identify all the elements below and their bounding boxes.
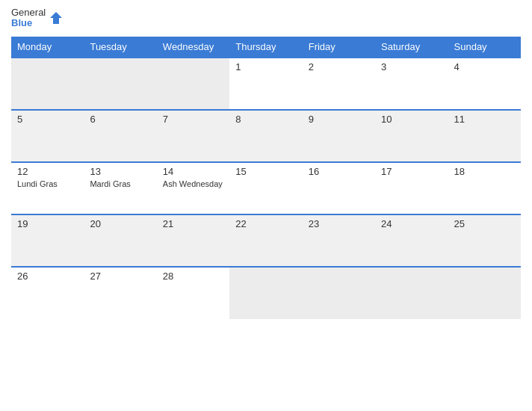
day-number: 22 [235, 218, 296, 229]
calendar-cell: 4 [448, 58, 521, 110]
day-number: 8 [235, 114, 296, 125]
day-number: 21 [163, 218, 223, 229]
day-number: 14 [163, 166, 223, 177]
calendar-cell: 17 [375, 162, 448, 214]
calendar-grid: MondayTuesdayWednesdayThursdayFridaySatu… [11, 37, 521, 319]
event-label: Mardi Gras [90, 179, 150, 189]
weekday-header-saturday: Saturday [375, 37, 448, 58]
calendar-cell [303, 267, 375, 319]
day-number: 11 [454, 114, 515, 125]
event-label: Lundi Gras [17, 179, 78, 189]
day-number: 5 [17, 114, 78, 125]
calendar-cell: 13Mardi Gras [84, 162, 156, 214]
calendar-cell: 25 [448, 214, 521, 267]
calendar-cell: 9 [303, 110, 375, 162]
day-number: 23 [309, 218, 369, 229]
calendar-week-row: 1234 [11, 58, 521, 110]
day-number: 19 [17, 218, 78, 229]
calendar-cell: 28 [157, 267, 229, 319]
day-number: 16 [309, 166, 369, 177]
calendar-cell: 18 [448, 162, 521, 214]
logo-general-text: General [11, 7, 46, 18]
calendar-week-row: 567891011 [11, 110, 521, 162]
day-number: 4 [454, 61, 515, 72]
calendar-cell: 5 [11, 110, 84, 162]
day-number: 6 [90, 114, 150, 125]
event-label: Ash Wednesday [163, 179, 223, 189]
logo-blue-text: Blue [11, 18, 46, 28]
weekday-header-sunday: Sunday [448, 37, 521, 58]
weekday-header-friday: Friday [303, 37, 375, 58]
calendar-cell [229, 267, 302, 319]
calendar-cell [448, 267, 521, 319]
calendar-cell: 1 [229, 58, 302, 110]
calendar-header: General Blue [11, 7, 521, 29]
svg-marker-0 [50, 12, 62, 24]
calendar-cell: 11 [448, 110, 521, 162]
day-number: 26 [17, 271, 78, 282]
calendar-cell: 8 [229, 110, 302, 162]
calendar-cell: 3 [375, 58, 448, 110]
day-number: 9 [309, 114, 369, 125]
day-number: 27 [90, 271, 150, 282]
day-number: 28 [163, 271, 223, 282]
calendar-cell: 26 [11, 267, 84, 319]
day-number: 12 [17, 166, 78, 177]
calendar-cell: 21 [157, 214, 229, 267]
calendar-cell: 16 [303, 162, 375, 214]
calendar-container: General Blue MondayTuesdayWednesdayThurs… [0, 0, 532, 411]
day-number: 17 [381, 166, 442, 177]
day-number: 18 [454, 166, 515, 177]
day-number: 7 [163, 114, 223, 125]
calendar-week-row: 12Lundi Gras13Mardi Gras14Ash Wednesday1… [11, 162, 521, 214]
calendar-cell: 12Lundi Gras [11, 162, 84, 214]
day-number: 15 [235, 166, 296, 177]
calendar-cell: 23 [303, 214, 375, 267]
calendar-week-row: 262728 [11, 267, 521, 319]
calendar-cell: 6 [84, 110, 156, 162]
calendar-cell: 24 [375, 214, 448, 267]
calendar-cell: 20 [84, 214, 156, 267]
weekday-header-tuesday: Tuesday [84, 37, 156, 58]
day-number: 20 [90, 218, 150, 229]
day-number: 3 [381, 61, 442, 72]
day-number: 13 [90, 166, 150, 177]
calendar-week-row: 19202122232425 [11, 214, 521, 267]
day-number: 2 [309, 61, 369, 72]
calendar-cell: 27 [84, 267, 156, 319]
weekday-header-thursday: Thursday [229, 37, 302, 58]
day-number: 10 [381, 114, 442, 125]
logo-icon [49, 10, 64, 25]
calendar-cell: 15 [229, 162, 302, 214]
calendar-cell: 10 [375, 110, 448, 162]
weekday-header-monday: Monday [11, 37, 84, 58]
logo: General Blue [11, 7, 64, 29]
calendar-cell [11, 58, 84, 110]
calendar-cell: 22 [229, 214, 302, 267]
calendar-cell [375, 267, 448, 319]
calendar-cell [157, 58, 229, 110]
weekday-header-wednesday: Wednesday [157, 37, 229, 58]
calendar-cell [84, 58, 156, 110]
calendar-cell: 14Ash Wednesday [157, 162, 229, 214]
day-number: 1 [235, 61, 296, 72]
weekday-header-row: MondayTuesdayWednesdayThursdayFridaySatu… [11, 37, 521, 58]
calendar-cell: 7 [157, 110, 229, 162]
day-number: 24 [381, 218, 442, 229]
calendar-cell: 19 [11, 214, 84, 267]
day-number: 25 [454, 218, 515, 229]
calendar-cell: 2 [303, 58, 375, 110]
